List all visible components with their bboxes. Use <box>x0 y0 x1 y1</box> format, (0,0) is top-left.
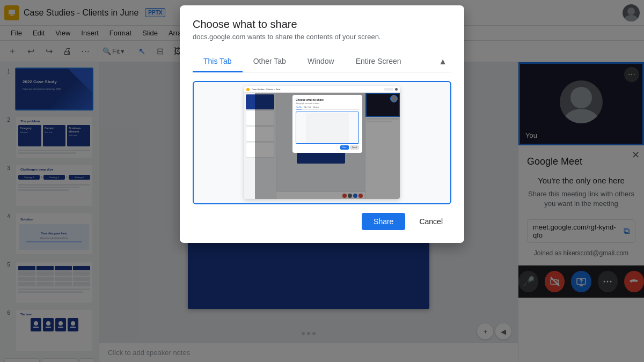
cancel-button[interactable]: Cancel <box>411 213 451 230</box>
tab-other-tab[interactable]: Other Tab <box>243 51 297 72</box>
tab-this-tab[interactable]: This Tab <box>193 51 243 72</box>
screenshot-preview: Case Studies - Clients in June <box>244 86 400 199</box>
modal-preview: Case Studies - Clients in June <box>193 81 451 204</box>
tab-window[interactable]: Window <box>297 51 345 72</box>
tab-entire-screen[interactable]: Entire Screen <box>345 51 412 72</box>
mini-modal-overlay: Choose what to share docs.google.com wan… <box>255 93 400 199</box>
modal-title: Choose what to share <box>193 18 451 31</box>
modal-tabs: This Tab Other Tab Window Entire Screen … <box>193 51 451 72</box>
share-overlay: Choose what to share docs.google.com wan… <box>0 0 644 362</box>
modal-subtitle: docs.google.com wants to share the conte… <box>193 33 451 41</box>
collapse-tabs-btn[interactable]: ▲ <box>434 51 451 72</box>
mini-modal: Choose what to share docs.google.com wan… <box>292 95 362 153</box>
mini-slides-icon <box>246 88 250 91</box>
share-modal: Choose what to share docs.google.com wan… <box>180 5 464 243</box>
mini-avatar <box>390 95 398 102</box>
share-button[interactable]: Share <box>362 213 405 230</box>
mini-topbar: Case Studies - Clients in June <box>244 86 400 93</box>
modal-footer: Share Cancel <box>193 213 451 230</box>
